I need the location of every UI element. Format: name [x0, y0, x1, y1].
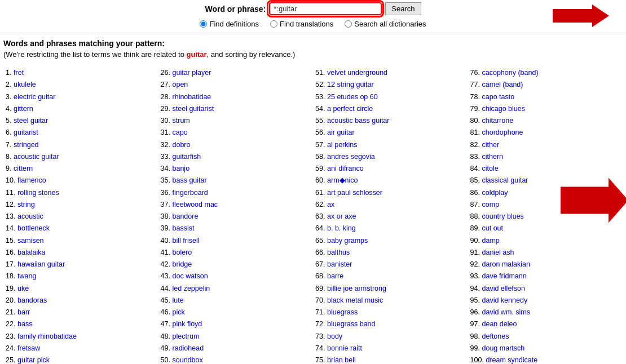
item-link[interactable]: bluegrass band: [327, 320, 375, 328]
item-link[interactable]: soundbox: [173, 356, 203, 364]
item-link[interactable]: brian bell: [327, 356, 356, 364]
item-link[interactable]: coldplay: [482, 189, 508, 197]
item-link[interactable]: david wm. sims: [482, 308, 530, 316]
item-link[interactable]: bandore: [173, 212, 199, 220]
radio-find-translations[interactable]: Find translations: [270, 20, 333, 28]
item-link[interactable]: comp: [482, 201, 500, 208]
item-link[interactable]: guitar player: [173, 69, 211, 77]
item-link[interactable]: barre: [327, 272, 343, 280]
item-link[interactable]: bassist: [173, 224, 195, 232]
item-link[interactable]: dave fridmann: [482, 272, 527, 280]
item-link[interactable]: uke: [17, 285, 29, 292]
item-link[interactable]: bass guitar: [173, 176, 207, 184]
item-link[interactable]: dobro: [173, 141, 191, 149]
item-link[interactable]: capo tasto: [482, 93, 515, 101]
item-link[interactable]: chordophone: [482, 128, 523, 136]
search-button[interactable]: Search: [385, 2, 421, 15]
item-link[interactable]: capo: [173, 128, 188, 136]
item-link[interactable]: bonnie raitt: [327, 344, 362, 352]
item-link[interactable]: classical guitar: [482, 176, 528, 184]
item-link[interactable]: bluegrass: [327, 308, 358, 316]
item-link[interactable]: cacophony (band): [482, 69, 539, 77]
item-link[interactable]: guitarist: [14, 128, 38, 136]
item-link[interactable]: radiohead: [173, 344, 204, 352]
item-link[interactable]: deftones: [482, 332, 509, 340]
item-link[interactable]: doc watson: [173, 272, 208, 280]
item-link[interactable]: twang: [17, 272, 36, 280]
item-link[interactable]: pink floyd: [173, 320, 202, 328]
item-link[interactable]: acoustic: [17, 212, 43, 220]
item-link[interactable]: bill frisell: [173, 237, 200, 245]
item-link[interactable]: andres segovia: [327, 153, 375, 161]
item-link[interactable]: damp: [482, 237, 500, 245]
item-link[interactable]: steel guitar: [14, 117, 48, 125]
item-link[interactable]: cither: [482, 141, 500, 149]
item-link[interactable]: art paul schlosser: [327, 189, 382, 197]
item-link[interactable]: daniel ash: [482, 248, 514, 256]
item-link[interactable]: pick: [173, 308, 185, 316]
item-link[interactable]: hawaiian guitar: [17, 260, 65, 268]
item-link[interactable]: cithern: [482, 153, 504, 161]
item-link[interactable]: a perfect circle: [327, 105, 373, 113]
item-link[interactable]: ax: [327, 201, 334, 208]
item-link[interactable]: bass: [17, 320, 32, 328]
item-link[interactable]: rolling stones: [17, 189, 59, 197]
item-link[interactable]: guitarfish: [173, 153, 201, 161]
item-link[interactable]: balalaika: [17, 248, 45, 256]
item-link[interactable]: fretsaw: [17, 344, 40, 352]
item-link[interactable]: chitarrone: [482, 117, 514, 125]
item-link[interactable]: strum: [173, 117, 190, 125]
item-link[interactable]: arm◆nico: [327, 176, 358, 184]
item-link[interactable]: dream syndicate: [486, 356, 537, 364]
item-link[interactable]: b. b. king: [327, 224, 356, 232]
radio-find-definitions[interactable]: Find definitions: [200, 20, 258, 28]
item-link[interactable]: banjo: [173, 165, 190, 172]
item-link[interactable]: bridge: [173, 260, 192, 268]
item-link[interactable]: open: [173, 81, 188, 88]
item-link[interactable]: fingerboard: [173, 189, 208, 197]
item-link[interactable]: david kennedy: [482, 296, 528, 304]
item-link[interactable]: 25 etudes op 60: [327, 93, 378, 101]
item-link[interactable]: banister: [327, 260, 352, 268]
item-link[interactable]: ax or axe: [327, 212, 356, 220]
item-link[interactable]: al perkins: [327, 141, 358, 149]
radio-search-all[interactable]: Search all dictionaries: [345, 20, 426, 28]
item-link[interactable]: stringed: [14, 141, 38, 149]
item-link[interactable]: baby gramps: [327, 237, 368, 245]
item-link[interactable]: family rhinobatidae: [17, 332, 77, 340]
item-link[interactable]: fret: [14, 69, 24, 77]
item-link[interactable]: gittern: [14, 105, 33, 113]
item-link[interactable]: electric guitar: [14, 93, 55, 101]
item-link[interactable]: dean deleo: [482, 320, 517, 328]
item-link[interactable]: acoustic bass guitar: [327, 117, 389, 125]
item-link[interactable]: bandoras: [17, 296, 47, 304]
item-link[interactable]: plectrum: [173, 332, 200, 340]
item-link[interactable]: citole: [482, 165, 499, 172]
item-link[interactable]: 12 string guitar: [327, 81, 374, 88]
item-link[interactable]: doug martsch: [482, 344, 525, 352]
item-link[interactable]: steel guitarist: [173, 105, 214, 113]
item-link[interactable]: ukulele: [14, 81, 36, 88]
item-link[interactable]: flamenco: [17, 176, 46, 184]
item-link[interactable]: cittern: [14, 165, 33, 172]
item-link[interactable]: country blues: [482, 212, 524, 220]
item-link[interactable]: david ellefson: [482, 285, 525, 292]
item-link[interactable]: rhinobatidae: [173, 93, 211, 101]
item-link[interactable]: samisen: [17, 237, 44, 245]
item-link[interactable]: led zeppelin: [173, 285, 210, 292]
search-input[interactable]: [269, 2, 382, 15]
item-link[interactable]: fleetwood mac: [173, 201, 218, 208]
item-link[interactable]: lute: [173, 296, 184, 304]
item-link[interactable]: barr: [17, 308, 30, 316]
item-link[interactable]: chicago blues: [482, 105, 525, 113]
item-link[interactable]: ani difranco: [327, 165, 364, 172]
item-link[interactable]: velvet underground: [327, 69, 387, 77]
item-link[interactable]: black metal music: [327, 296, 383, 304]
item-link[interactable]: balthus: [327, 248, 350, 256]
item-link[interactable]: guitar pick: [17, 356, 50, 364]
item-link[interactable]: camel (band): [482, 81, 523, 88]
item-link[interactable]: cut out: [482, 224, 504, 232]
item-link[interactable]: air guitar: [327, 128, 355, 136]
item-link[interactable]: billie joe armstrong: [327, 285, 386, 292]
item-link[interactable]: acoustic guitar: [14, 153, 59, 161]
